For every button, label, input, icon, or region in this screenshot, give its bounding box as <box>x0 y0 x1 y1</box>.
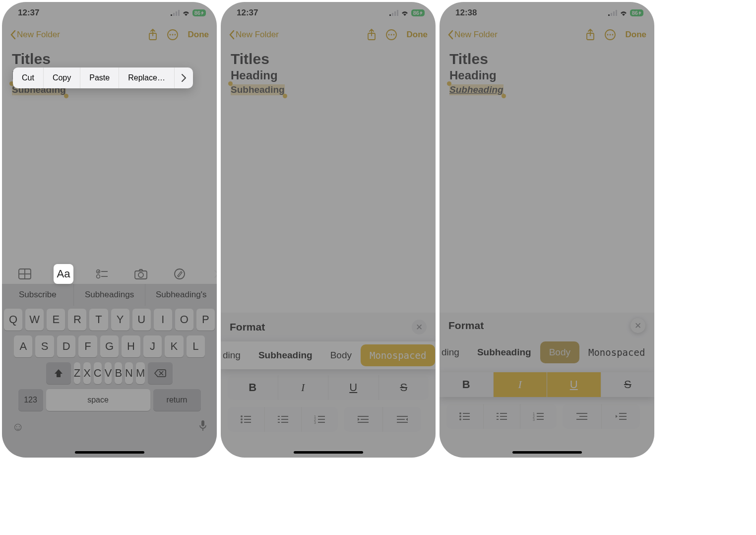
key-y[interactable]: Y <box>111 309 129 331</box>
strike-button[interactable]: S <box>601 372 655 397</box>
markup-icon[interactable] <box>170 264 189 284</box>
selection-handle-end[interactable] <box>283 94 287 98</box>
back-button[interactable]: New Folder <box>10 30 60 40</box>
checklist-icon[interactable] <box>92 264 112 284</box>
bold-button[interactable]: B <box>440 372 493 397</box>
ctx-cut[interactable]: Cut <box>13 67 44 88</box>
sugg-2[interactable]: Subheadings <box>74 284 146 306</box>
note-subheading[interactable]: Subheading <box>231 84 285 95</box>
format-close-button[interactable]: ✕ <box>630 318 645 333</box>
note-heading[interactable]: Heading <box>449 68 644 82</box>
share-icon[interactable] <box>145 27 160 42</box>
number-list-icon[interactable]: 123 <box>301 407 338 432</box>
key-u[interactable]: U <box>132 309 151 331</box>
key-p[interactable]: P <box>196 309 215 331</box>
home-indicator[interactable] <box>75 451 144 454</box>
sugg-3[interactable]: Subheading's <box>145 284 217 306</box>
note-title[interactable]: Titles <box>12 51 207 67</box>
selection-handle-start[interactable] <box>447 81 451 86</box>
sugg-1[interactable]: Subscribe <box>2 284 74 306</box>
note-subheading[interactable]: Subheading <box>449 84 504 95</box>
more-icon[interactable] <box>165 27 180 42</box>
selection-handle-end[interactable] <box>64 94 68 98</box>
key-a[interactable]: A <box>14 335 32 357</box>
ctx-copy[interactable]: Copy <box>44 67 80 88</box>
strike-button[interactable]: S <box>378 375 429 400</box>
close-toolbar-icon[interactable] <box>208 264 217 284</box>
italic-button[interactable]: I <box>493 372 547 397</box>
ctx-paste[interactable]: Paste <box>80 67 119 88</box>
underline-button[interactable]: U <box>547 372 601 397</box>
style-row[interactable]: ding Subheading Body Monospaced <box>440 338 654 366</box>
style-row[interactable]: ding Subheading Body Monospaced <box>221 341 436 369</box>
key-l[interactable]: L <box>187 335 205 357</box>
back-button[interactable]: New Folder <box>447 30 498 40</box>
style-subheading[interactable]: Subheading <box>468 341 540 363</box>
numbers-key[interactable]: 123 <box>18 389 43 411</box>
ctx-replace[interactable]: Replace… <box>119 67 175 88</box>
more-icon[interactable] <box>384 27 399 42</box>
number-list-icon[interactable]: 123 <box>520 404 557 429</box>
share-icon[interactable] <box>583 27 598 42</box>
key-r[interactable]: R <box>68 309 86 331</box>
style-subheading[interactable]: Subheading <box>250 344 321 366</box>
done-button[interactable]: Done <box>626 30 647 40</box>
bullet-list-icon[interactable] <box>446 404 483 429</box>
backspace-key[interactable] <box>148 362 173 384</box>
style-body[interactable]: Body <box>321 344 361 366</box>
indent-icon[interactable] <box>382 407 421 432</box>
style-fragment[interactable]: ding <box>440 341 468 363</box>
key-f[interactable]: F <box>78 335 97 357</box>
bullet-list-icon[interactable] <box>228 407 264 432</box>
style-fragment[interactable]: ding <box>221 344 250 366</box>
note-title[interactable]: Titles <box>449 51 644 67</box>
key-i[interactable]: I <box>154 309 172 331</box>
underline-button[interactable]: U <box>328 375 378 400</box>
home-indicator[interactable] <box>294 451 363 454</box>
selection-handle-end[interactable] <box>502 94 506 98</box>
format-aa-button[interactable]: Aa <box>54 264 73 284</box>
share-icon[interactable] <box>364 27 379 42</box>
shift-key[interactable] <box>46 362 71 384</box>
style-monospaced[interactable]: Monospaced <box>361 344 435 366</box>
key-n[interactable]: N <box>125 362 133 384</box>
emoji-key[interactable]: ☺ <box>12 420 24 434</box>
return-key[interactable]: return <box>153 389 201 411</box>
dash-list-icon[interactable] <box>483 404 520 429</box>
style-monospaced[interactable]: Monospaced <box>579 341 654 363</box>
key-w[interactable]: W <box>25 309 44 331</box>
key-s[interactable]: S <box>35 335 54 357</box>
key-j[interactable]: J <box>143 335 162 357</box>
indent-icon[interactable] <box>601 404 640 429</box>
key-v[interactable]: V <box>105 362 112 384</box>
back-button[interactable]: New Folder <box>229 30 279 40</box>
key-q[interactable]: Q <box>4 309 22 331</box>
note-title[interactable]: Titles <box>231 51 426 67</box>
more-icon[interactable] <box>603 27 618 42</box>
key-x[interactable]: X <box>83 362 91 384</box>
done-button[interactable]: Done <box>188 30 209 40</box>
selection-handle-start[interactable] <box>228 81 233 86</box>
key-d[interactable]: D <box>57 335 75 357</box>
ctx-more-icon[interactable] <box>175 67 193 88</box>
dash-list-icon[interactable] <box>264 407 301 432</box>
format-close-button[interactable]: ✕ <box>412 320 427 334</box>
camera-icon[interactable] <box>131 264 151 284</box>
bold-button[interactable]: B <box>228 375 278 400</box>
style-body[interactable]: Body <box>540 341 579 363</box>
note-heading[interactable]: Heading <box>231 68 426 82</box>
table-icon[interactable] <box>15 264 35 284</box>
key-h[interactable]: H <box>122 335 140 357</box>
key-k[interactable]: K <box>165 335 183 357</box>
key-g[interactable]: G <box>100 335 119 357</box>
italic-button[interactable]: I <box>278 375 328 400</box>
home-indicator[interactable] <box>512 451 582 454</box>
key-e[interactable]: E <box>47 309 65 331</box>
key-b[interactable]: B <box>115 362 122 384</box>
space-key[interactable]: space <box>46 389 150 411</box>
key-z[interactable]: Z <box>74 362 80 384</box>
outdent-icon[interactable] <box>563 404 601 429</box>
key-t[interactable]: T <box>89 309 108 331</box>
key-c[interactable]: C <box>94 362 102 384</box>
dictation-key[interactable] <box>199 420 207 434</box>
